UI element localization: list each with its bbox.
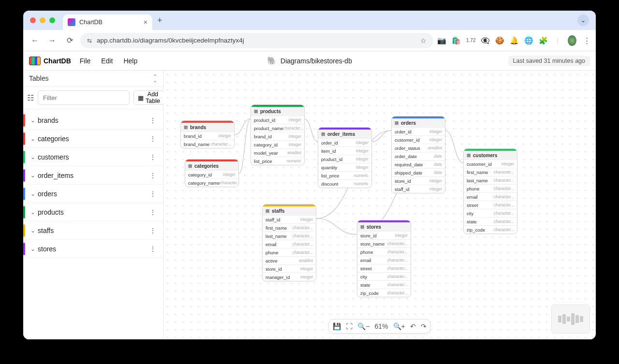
card-header[interactable]: ▦brands	[181, 123, 234, 131]
browser-menu-icon[interactable]: ⋮	[582, 36, 591, 45]
table-card-categories[interactable]: ▦categoriescategory_idintegercategory_na…	[185, 159, 239, 187]
column-row[interactable]: item_idinteger	[318, 146, 371, 155]
forward-button[interactable]: →	[45, 36, 59, 45]
more-options-icon[interactable]: ⋮	[147, 135, 159, 143]
column-row[interactable]: emailcharacter...	[263, 240, 316, 248]
chevron-down-icon[interactable]: ⌄	[28, 172, 38, 179]
card-header[interactable]: ▦order_items	[318, 130, 371, 138]
app-logo[interactable]: ChartDB	[29, 57, 71, 65]
diagram-canvas[interactable]: 💾 ⛶ 🔍− 61% 🔍+ ↶ ↷ ▦brandsbrand_idinteger…	[163, 71, 596, 339]
column-row[interactable]: staff_idinteger	[392, 185, 445, 193]
card-header[interactable]: ▦categories	[185, 161, 238, 170]
zoom-in-icon[interactable]: 🔍+	[393, 322, 405, 330]
column-row[interactable]: brand_namecharacter...	[181, 140, 234, 148]
back-button[interactable]: ←	[28, 36, 42, 45]
sidebar-item-customers[interactable]: ⌄ customers ⋮	[23, 148, 163, 166]
column-row[interactable]: model_yearsmallint	[251, 148, 304, 157]
column-row[interactable]: customer_idinteger	[464, 160, 517, 168]
menu-edit[interactable]: Edit	[101, 57, 113, 65]
more-options-icon[interactable]: ⋮	[147, 245, 159, 253]
column-row[interactable]: category_idinteger	[251, 140, 304, 148]
sidebar-item-brands[interactable]: ⌄ brands ⋮	[23, 111, 163, 130]
column-row[interactable]: citycharacter...	[357, 272, 411, 280]
maximize-window-button[interactable]	[49, 17, 55, 23]
chevron-down-icon[interactable]: ⌄	[28, 209, 38, 216]
column-row[interactable]: shipped_datedate	[392, 168, 445, 176]
column-row[interactable]: order_datedate	[392, 152, 445, 160]
sidebar-item-orders[interactable]: ⌄ orders ⋮	[23, 185, 163, 203]
more-options-icon[interactable]: ⋮	[147, 227, 159, 234]
column-row[interactable]: manager_idinteger	[263, 273, 316, 281]
column-row[interactable]: order_idinteger	[392, 127, 445, 135]
column-row[interactable]: first_namecharacter...	[263, 223, 316, 232]
column-row[interactable]: first_namecharacter...	[464, 168, 517, 176]
column-row[interactable]: emailcharacter...	[464, 192, 517, 201]
column-row[interactable]: category_namecharacter...	[185, 178, 238, 187]
add-table-button[interactable]: ▦ Add Table	[133, 90, 164, 105]
site-info-icon[interactable]: ⇆	[87, 37, 92, 44]
column-row[interactable]: discountnumeric	[318, 179, 371, 188]
chevron-down-icon[interactable]: ⌄	[28, 117, 38, 124]
more-options-icon[interactable]: ⋮	[147, 208, 159, 216]
more-options-icon[interactable]: ⋮	[147, 190, 159, 198]
menu-help[interactable]: Help	[123, 57, 137, 65]
column-row[interactable]: required_datedate	[392, 160, 445, 168]
extension-icon[interactable]: 1.72	[466, 38, 475, 43]
column-row[interactable]: phonecharacter...	[357, 248, 411, 256]
close-window-button[interactable]	[30, 17, 36, 23]
close-tab-icon[interactable]: ×	[144, 18, 147, 26]
more-options-icon[interactable]: ⋮	[147, 172, 159, 179]
card-header[interactable]: ▦customers	[464, 151, 517, 160]
column-row[interactable]: phonecharacter...	[263, 248, 316, 256]
extension-icon[interactable]: 🔔	[510, 36, 518, 45]
column-row[interactable]: brand_idinteger	[251, 132, 304, 140]
column-row[interactable]: product_namecharacter...	[251, 124, 304, 132]
card-header[interactable]: ▦orders	[392, 118, 445, 127]
table-card-stores[interactable]: ▦storesstore_idintegerstore_namecharacte…	[357, 220, 411, 297]
column-row[interactable]: last_namecharacter...	[464, 176, 517, 184]
sidebar-item-categories[interactable]: ⌄ categories ⋮	[23, 130, 163, 148]
column-row[interactable]: store_idinteger	[263, 264, 316, 273]
reload-button[interactable]: ⟳	[63, 36, 76, 45]
column-row[interactable]: staff_idinteger	[263, 215, 316, 223]
column-row[interactable]: phonecharacter...	[464, 184, 517, 192]
column-row[interactable]: order_statussmallint	[392, 144, 445, 152]
column-row[interactable]: zip_codecharacter...	[464, 225, 517, 233]
column-row[interactable]: statecharacter...	[357, 280, 411, 289]
column-row[interactable]: product_idinteger	[318, 155, 371, 163]
extension-icon[interactable]: 📷	[437, 36, 446, 45]
column-row[interactable]: list_pricenumeric	[251, 157, 304, 165]
sidebar-item-stores[interactable]: ⌄ stores ⋮	[23, 240, 163, 258]
chevron-down-icon[interactable]: ⌄	[28, 246, 38, 252]
chevron-down-icon[interactable]: ⌄	[28, 227, 38, 234]
table-card-order_items[interactable]: ▦order_itemsorder_idintegeritem_idintege…	[318, 127, 372, 188]
table-card-orders[interactable]: ▦ordersorder_idintegercustomer_idinteger…	[391, 116, 445, 193]
extension-icon[interactable]: 👁️‍🗨️	[481, 36, 489, 45]
browser-tab[interactable]: ChartDB ×	[63, 15, 152, 30]
undo-icon[interactable]: ↶	[410, 322, 416, 330]
extensions-button[interactable]: 🧩	[539, 36, 547, 45]
save-icon[interactable]: 💾	[333, 322, 341, 330]
bookmark-star-icon[interactable]: ☆	[420, 37, 427, 44]
sidebar-item-products[interactable]: ⌄ products ⋮	[23, 203, 163, 221]
sidebar-item-order_items[interactable]: ⌄ order_items ⋮	[23, 166, 163, 185]
filter-input[interactable]	[38, 90, 130, 105]
collapse-toggle-icon[interactable]: ⌃⌄	[153, 74, 157, 82]
extension-icon[interactable]: 🛍️	[452, 36, 460, 45]
diagram-title[interactable]: 🐘 Diagrams/bikestores-db	[267, 56, 352, 65]
column-row[interactable]: product_idinteger	[251, 116, 304, 124]
extension-icon[interactable]: 🍪	[495, 36, 504, 45]
address-bar[interactable]: ⇆ app.chartdb.io/diagrams/0kvcbeiijcedel…	[80, 33, 433, 48]
column-row[interactable]: last_namecharacter...	[263, 232, 316, 240]
more-options-icon[interactable]: ⋮	[147, 153, 159, 161]
table-card-brands[interactable]: ▦brandsbrand_idintegerbrand_namecharacte…	[180, 120, 235, 148]
extension-icon[interactable]: 🌐	[524, 36, 533, 45]
minimap[interactable]	[551, 305, 590, 334]
profile-avatar[interactable]	[568, 35, 576, 46]
column-row[interactable]: category_idinteger	[185, 170, 238, 178]
column-row[interactable]: emailcharacter...	[357, 256, 411, 264]
column-row[interactable]: customer_idinteger	[392, 135, 445, 144]
column-row[interactable]: store_idinteger	[392, 176, 445, 185]
column-row[interactable]: citycharacter...	[464, 209, 517, 217]
card-header[interactable]: ▦staffs	[263, 206, 316, 215]
